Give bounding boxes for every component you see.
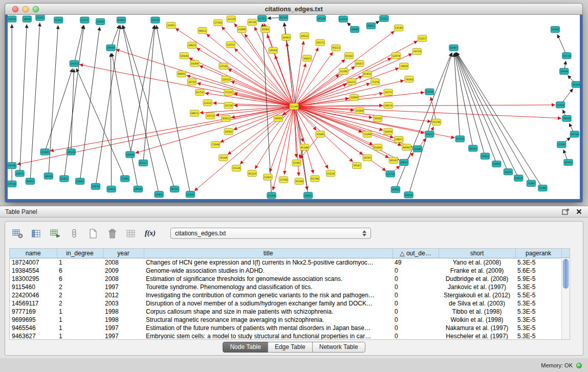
- graph-node[interactable]: 45144: [300, 144, 309, 150]
- graph-node[interactable]: 81310: [279, 15, 288, 20]
- graph-edge[interactable]: [111, 25, 120, 48]
- new-file-icon[interactable]: [87, 228, 99, 239]
- graph-node[interactable]: 65452: [363, 71, 372, 77]
- graph-node[interactable]: 17594: [279, 177, 288, 183]
- graph-edge[interactable]: [396, 53, 452, 190]
- graph-node[interactable]: 11604: [350, 94, 358, 100]
- graph-node[interactable]: 43412: [222, 115, 230, 121]
- graph-node[interactable]: 10718: [570, 131, 579, 137]
- tab-edge-table[interactable]: Edge Table: [268, 342, 313, 353]
- graph-node[interactable]: 22412: [166, 22, 175, 28]
- table-row[interactable]: 977716911998Corpus callosum shape and si…: [10, 308, 561, 316]
- graph-node[interactable]: 22152: [203, 100, 212, 106]
- graph-node[interactable]: 17591: [214, 19, 223, 26]
- window-zoom-button[interactable]: [33, 6, 39, 12]
- fx-button[interactable]: f(x): [144, 229, 157, 237]
- graph-node[interactable]: 10674: [384, 102, 393, 108]
- graph-node[interactable]: 10787: [363, 155, 372, 161]
- graph-edge[interactable]: [76, 68, 125, 179]
- row-tool-icon[interactable]: [68, 228, 80, 239]
- graph-edge[interactable]: [294, 105, 555, 106]
- graph-node[interactable]: 19855: [391, 186, 400, 192]
- graph-edge[interactable]: [122, 25, 159, 194]
- graph-node[interactable]: 72544: [211, 142, 220, 148]
- graph-node[interactable]: 67919: [455, 136, 464, 142]
- graph-edge[interactable]: [294, 106, 400, 160]
- graph-node[interactable]: 12191: [54, 17, 63, 23]
- graph-node[interactable]: 19734: [412, 48, 421, 54]
- graph-edge[interactable]: [409, 53, 452, 195]
- graph-node[interactable]: 16162: [373, 115, 382, 121]
- table-scrollbar[interactable]: [561, 258, 570, 339]
- graph-node[interactable]: 14475: [15, 170, 24, 177]
- graph-node[interactable]: 93654: [8, 16, 16, 22]
- graph-node[interactable]: 19357: [355, 60, 364, 67]
- graph-node[interactable]: 16640: [350, 27, 359, 33]
- graph-node[interactable]: 16719: [187, 79, 196, 85]
- graph-node[interactable]: 32160: [355, 107, 364, 114]
- graph-node[interactable]: 12455: [107, 186, 116, 192]
- graph-edge[interactable]: [189, 58, 294, 106]
- graph-node[interactable]: 10417: [303, 192, 312, 199]
- graph-node[interactable]: 16825: [302, 55, 311, 61]
- graph-node[interactable]: 12103: [557, 142, 566, 148]
- graph-node[interactable]: 16902: [96, 18, 104, 25]
- import-table-icon[interactable]: [125, 228, 137, 239]
- graph-node[interactable]: 12611: [222, 76, 230, 82]
- graph-edge[interactable]: [111, 53, 112, 189]
- graph-node[interactable]: 91455: [60, 176, 69, 182]
- graph-node[interactable]: 16164: [572, 81, 580, 87]
- graph-node[interactable]: 65493: [373, 144, 382, 150]
- graph-node[interactable]: 78503: [405, 76, 413, 82]
- float-panel-icon[interactable]: [561, 208, 570, 215]
- delete-icon[interactable]: [106, 228, 118, 239]
- graph-node[interactable]: 19139: [151, 17, 160, 23]
- graph-node[interactable]: 19775: [384, 89, 393, 95]
- graph-node[interactable]: 19571: [316, 39, 324, 46]
- graph-node[interactable]: 10236: [44, 173, 53, 179]
- graph-node[interactable]: 12974: [391, 53, 400, 59]
- graph-node[interactable]: 76184: [219, 155, 228, 161]
- graph-node[interactable]: 43403: [117, 17, 125, 23]
- window-minimize-button[interactable]: [23, 6, 29, 12]
- column-header-year[interactable]: year: [103, 249, 144, 258]
- table-row[interactable]: 911546021997Tourette syndrome. Phenomeno…: [10, 283, 561, 291]
- graph-edge[interactable]: [294, 41, 304, 106]
- graph-node[interactable]: 20730: [248, 19, 256, 25]
- graph-node[interactable]: 14204: [190, 60, 199, 67]
- graph-node[interactable]: 15958: [556, 102, 564, 108]
- graph-edge[interactable]: [431, 97, 437, 122]
- graph-node[interactable]: 75122: [224, 89, 233, 95]
- graph-node[interactable]: 19612: [300, 33, 309, 39]
- graph-node[interactable]: 50139: [91, 183, 100, 189]
- graph-node[interactable]: 18301: [274, 115, 282, 121]
- graph-node[interactable]: 16034: [562, 115, 571, 121]
- window-close-button[interactable]: [12, 6, 18, 12]
- graph-node[interactable]: 96022: [198, 28, 207, 34]
- graph-node[interactable]: 20266: [126, 151, 135, 158]
- graph-node[interactable]: 16943: [281, 34, 290, 40]
- graph-node[interactable]: 75905: [120, 176, 129, 182]
- graph-node[interactable]: 15345: [292, 160, 301, 166]
- graph-node[interactable]: 19814: [481, 153, 489, 159]
- graph-node[interactable]: 91504: [295, 178, 303, 184]
- graph-node[interactable]: 30671: [190, 110, 199, 116]
- graph-node[interactable]: 12185: [186, 191, 194, 198]
- graph-node[interactable]: 77174: [371, 79, 379, 85]
- graph-node[interactable]: 12455: [264, 174, 272, 180]
- graph-edge[interactable]: [17, 106, 294, 164]
- graph-node[interactable]: 12124: [339, 16, 347, 22]
- network-canvas[interactable]: 1724022412960221759122519224082073019565…: [8, 15, 580, 199]
- window-titlebar[interactable]: citations_edges.txt: [5, 4, 582, 15]
- graph-edge[interactable]: [456, 52, 542, 188]
- graph-node[interactable]: 10103: [564, 159, 573, 165]
- graph-node[interactable]: 95582: [344, 53, 353, 59]
- column-header-short[interactable]: short: [439, 249, 515, 258]
- graph-node[interactable]: 11548: [394, 25, 403, 31]
- graph-node[interactable]: 16048: [23, 16, 31, 22]
- graph-node[interactable]: 71203: [527, 180, 535, 186]
- graph-node[interactable]: 19857: [394, 136, 403, 142]
- table-row[interactable]: 946362711997Embryonic stem cells: a mode…: [10, 332, 561, 340]
- graph-edge[interactable]: [130, 25, 154, 155]
- column-header-title[interactable]: title: [144, 249, 393, 258]
